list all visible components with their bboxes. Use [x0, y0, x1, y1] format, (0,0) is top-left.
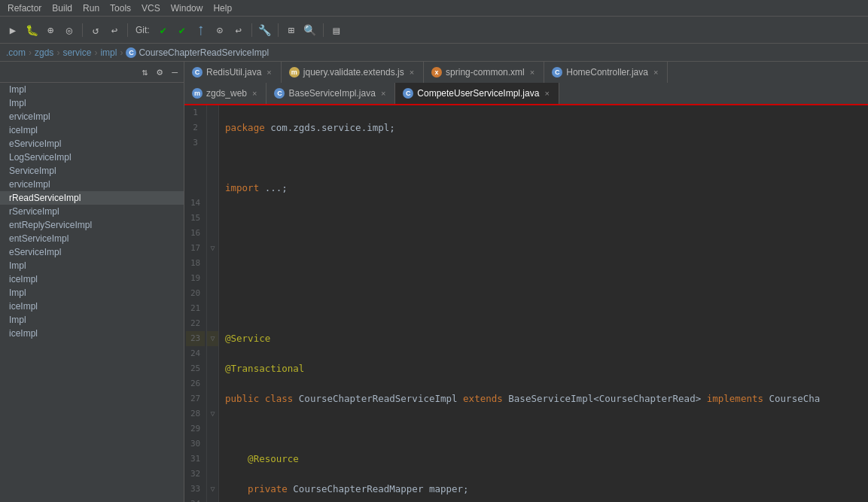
tab-zgds-web[interactable]: m zgds_web ×	[184, 83, 266, 104]
layout-btn[interactable]: ⊞	[283, 22, 300, 38]
sidebar-settings-btn[interactable]: ⚙	[154, 65, 166, 79]
gutter-line: 14	[186, 196, 205, 211]
tab-close[interactable]: ×	[652, 67, 659, 78]
sidebar-item[interactable]: eServiceImpl	[0, 245, 184, 259]
tab-label: CompeteUserServiceImpl.java	[417, 88, 539, 99]
sidebar-item[interactable]: iceImpl	[0, 272, 184, 286]
fold-line	[207, 135, 218, 151]
sidebar-item[interactable]: rServiceImpl	[0, 205, 184, 218]
gutter-line: 18	[186, 256, 205, 271]
tab-close[interactable]: ×	[528, 67, 536, 78]
sidebar-item[interactable]: iceImpl	[0, 327, 184, 340]
tabs-row-1: C RedisUtil.java × m jquery.validate.ext…	[184, 62, 868, 83]
main-area: ⇅ ⚙ — Impl Impl erviceImpl iceImpl eServ…	[0, 62, 868, 502]
tab-close[interactable]: ×	[265, 67, 273, 78]
sidebar-item[interactable]: eServiceImpl	[0, 137, 184, 151]
fold-line	[207, 151, 218, 166]
menu-help[interactable]: Help	[209, 2, 236, 15]
code-line-17: public class CourseChapterReadServiceImp…	[225, 391, 820, 406]
tab-icon-java: C	[274, 88, 285, 99]
gutter-line	[186, 151, 205, 166]
fold-btn-23[interactable]: ▽	[207, 331, 218, 346]
fold-line	[207, 196, 218, 211]
tab-icon-java: C	[192, 67, 203, 78]
tab-competeuser[interactable]: C CompeteUserServiceImpl.java ×	[395, 83, 559, 104]
menu-run[interactable]: Run	[78, 2, 104, 15]
sidebar-item[interactable]: ServiceImpl	[0, 164, 184, 178]
git-checkmark1[interactable]: ✔	[155, 22, 172, 38]
tab-jquery[interactable]: m jquery.validate.extends.js ×	[282, 62, 424, 83]
code-line-15: @Service	[225, 331, 820, 346]
sidebar-item[interactable]: LogServiceImpl	[0, 151, 184, 164]
gutter-line	[186, 181, 205, 196]
sidebar-item-active[interactable]: rReadServiceImpl	[0, 191, 184, 205]
fold-line	[207, 452, 218, 467]
fold-btn-17[interactable]: ▽	[207, 241, 218, 256]
profile-btn[interactable]: ◎	[61, 22, 78, 38]
undo-btn[interactable]: ↩	[106, 22, 123, 38]
revert2-btn[interactable]: ↩	[230, 22, 247, 38]
breadcrumb-com[interactable]: .com	[6, 47, 26, 58]
gutter-line: 33	[186, 482, 205, 497]
sidebar-item[interactable]: iceImpl	[0, 300, 184, 313]
sidebar-item[interactable]: entReplyServiceImpl	[0, 218, 184, 232]
tab-baseserviceimpl[interactable]: C BaseServiceImpl.java ×	[266, 83, 395, 104]
sidebar-collapse-btn[interactable]: —	[169, 65, 181, 79]
menu-window[interactable]: Window	[166, 2, 208, 15]
sep5	[323, 23, 324, 37]
code-line-20: private CourseChapterReadMapper mapper;	[225, 482, 820, 497]
revert-btn[interactable]: ↺	[87, 22, 104, 38]
code-line-blank	[225, 241, 820, 256]
fold-line	[207, 120, 218, 135]
debug-btn[interactable]: 🐛	[23, 22, 40, 38]
sidebar-item[interactable]: Impl	[0, 259, 184, 272]
sidebar-item[interactable]: Impl	[0, 96, 184, 110]
sidebar-item[interactable]: entServiceImpl	[0, 232, 184, 245]
tab-close[interactable]: ×	[408, 67, 416, 78]
menu-tools[interactable]: Tools	[105, 2, 136, 15]
settings-btn[interactable]: 🔧	[257, 22, 273, 38]
breadcrumb-impl-folder[interactable]: impl	[100, 47, 117, 58]
breadcrumb-zgds[interactable]: zgds	[35, 47, 53, 58]
run-btn[interactable]: ▶	[5, 22, 21, 38]
sep3	[251, 23, 252, 37]
fold-line	[207, 271, 218, 286]
gutter-line: 1	[186, 105, 205, 120]
sidebar-layout-btn[interactable]: ⇅	[139, 65, 151, 79]
gutter-line: 31	[186, 452, 205, 467]
gutter-line: 15	[186, 211, 205, 226]
tab-redisutil[interactable]: C RedisUtil.java ×	[184, 62, 282, 83]
fold-line	[207, 181, 218, 196]
search-everywhere-btn[interactable]: 🔍	[302, 22, 318, 38]
gutter-line: 3	[186, 135, 205, 151]
sidebar-item[interactable]: Impl	[0, 286, 184, 300]
code-content[interactable]: package com.zgds.service.impl; import ..…	[219, 105, 826, 502]
coverage-btn[interactable]: ⊕	[42, 22, 59, 38]
fold-btn-33[interactable]: ▽	[207, 482, 218, 497]
git-checkmark2[interactable]: ✔	[174, 22, 190, 38]
git-push[interactable]: ⭡	[193, 22, 209, 38]
tab-label: RedisUtil.java	[206, 67, 261, 78]
tab-spring-xml[interactable]: x spring-common.xml ×	[424, 62, 544, 83]
git-history[interactable]: ⊙	[212, 22, 228, 38]
code-line-1: package com.zgds.service.impl;	[225, 120, 820, 135]
menu-vcs[interactable]: VCS	[137, 2, 165, 15]
sidebar-item[interactable]: erviceImpl	[0, 178, 184, 191]
code-editor[interactable]: 1 2 3 14 15 16 17 18 19 20 21 22 23 2	[184, 105, 868, 502]
sidebar-item[interactable]: erviceImpl	[0, 110, 184, 123]
sidebar-item[interactable]: Impl	[0, 313, 184, 327]
tab-close[interactable]: ×	[251, 88, 258, 99]
tab-close[interactable]: ×	[379, 88, 387, 99]
menu-build[interactable]: Build	[47, 2, 77, 15]
fold-btn-28[interactable]: ▽	[207, 406, 218, 421]
gutter-line: 20	[186, 286, 205, 301]
fold-line	[207, 437, 218, 452]
sidebar-item[interactable]: iceImpl	[0, 123, 184, 137]
tab-close[interactable]: ×	[543, 88, 550, 99]
tab-icon-xml: x	[431, 67, 442, 78]
breadcrumb-service[interactable]: service	[62, 47, 91, 58]
terminal-btn[interactable]: ▤	[328, 22, 345, 38]
sidebar-item[interactable]: Impl	[0, 83, 184, 96]
menu-refactor[interactable]: Refactor	[3, 2, 46, 15]
tab-homecontroller[interactable]: C HomeController.java ×	[544, 62, 668, 83]
